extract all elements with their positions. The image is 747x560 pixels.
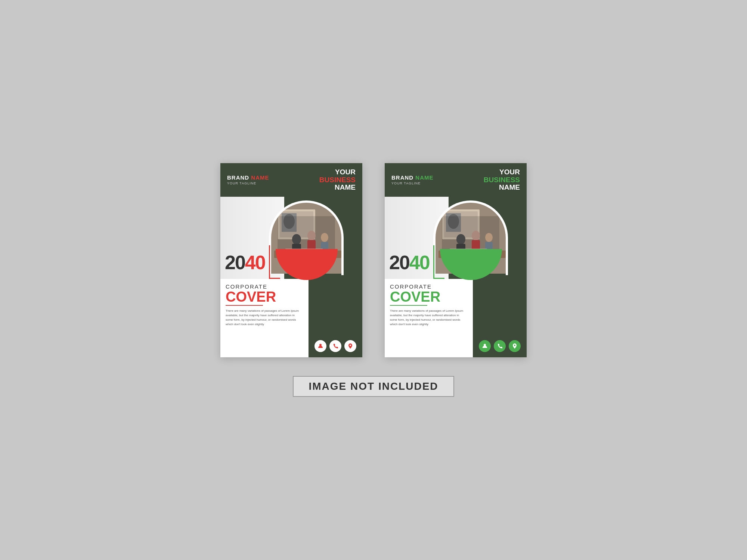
- year-red: 2040: [225, 253, 265, 272]
- icon-phone-red: [329, 340, 341, 352]
- cover-green: BRAND NAME YOUR TAGLINE YOURBUSINESSNAME: [385, 163, 527, 357]
- brand-block-red: BRAND NAME YOUR TAGLINE: [227, 175, 269, 186]
- icon-phone-green: [494, 340, 506, 352]
- underline-green: [390, 305, 427, 306]
- lorem-red: There are many variations of passages of…: [226, 309, 300, 327]
- cover-header-green: BRAND NAME YOUR TAGLINE YOURBUSINESSNAME: [385, 163, 527, 197]
- dark-panel-red: [309, 279, 362, 357]
- business-name-green: YOURBUSINESSNAME: [484, 168, 520, 192]
- year-green: 2040: [389, 253, 430, 272]
- arch-frame-red: [269, 200, 344, 275]
- not-included-text: IMAGE NOT INCLUDED: [309, 380, 438, 392]
- bracket-green: [433, 245, 444, 279]
- lorem-green: There are many variations of passages of…: [390, 309, 465, 327]
- brand-name-green: BRAND NAME: [391, 175, 434, 181]
- icon-location-red: [344, 340, 356, 352]
- covers-row: BRAND NAME YOUR TAGLINE YOURBUSINESSNAME: [220, 163, 527, 357]
- bracket-red: [269, 245, 280, 279]
- not-included-badge: IMAGE NOT INCLUDED: [293, 376, 454, 397]
- underline-red: [226, 305, 263, 306]
- bracket-h-red: [269, 278, 280, 279]
- icon-person-green: [479, 340, 491, 352]
- icon-location-green: [509, 340, 521, 352]
- business-name-red: YOURBUSINESSNAME: [319, 168, 356, 192]
- cover-header-red: BRAND NAME YOUR TAGLINE YOURBUSINESSNAME: [220, 163, 362, 197]
- brand-name-red: BRAND NAME: [227, 175, 269, 181]
- cover-red: BRAND NAME YOUR TAGLINE YOURBUSINESSNAME: [220, 163, 362, 357]
- cover-body-green: 2040 CORPORATE COVER There are many vari…: [385, 197, 527, 357]
- image-section-green: 2040: [385, 197, 527, 279]
- cover-body-red: 2040 CORPORATE COVER There are many vari…: [220, 197, 362, 357]
- brand-tagline-green: YOUR TAGLINE: [391, 181, 434, 185]
- icons-row-red: [314, 340, 356, 352]
- brand-tagline-red: YOUR TAGLINE: [227, 181, 269, 185]
- bracket-v-red: [269, 245, 270, 279]
- cover-lower-green: CORPORATE COVER There are many variation…: [385, 279, 527, 357]
- brand-block-green: BRAND NAME YOUR TAGLINE: [391, 175, 434, 186]
- arch-frame-green: [433, 200, 508, 275]
- image-section-red: 2040: [220, 197, 362, 279]
- cover-lower-red: CORPORATE COVER There are many variation…: [220, 279, 362, 357]
- icons-row-green: [479, 340, 521, 352]
- icon-person-red: [314, 340, 326, 352]
- bracket-v-green: [433, 245, 434, 279]
- dark-panel-green: [473, 279, 527, 357]
- bracket-h-green: [433, 278, 444, 279]
